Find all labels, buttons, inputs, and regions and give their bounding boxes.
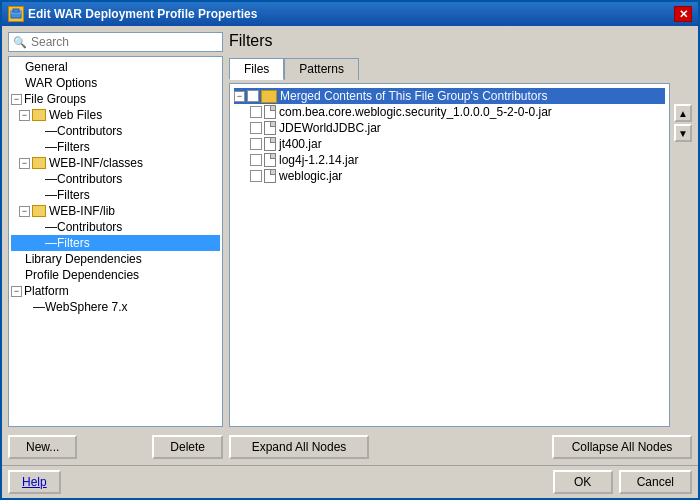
action-buttons: Expand All Nodes Collapse All Nodes [229,431,692,459]
cancel-button[interactable]: Cancel [619,470,692,494]
minus-merged: − [234,91,245,102]
collapse-file-groups[interactable]: − [11,94,22,105]
checkbox-3[interactable] [250,154,262,166]
close-button[interactable]: ✕ [674,6,692,22]
file-icon-2 [264,137,276,151]
main-window: Edit WAR Deployment Profile Properties ✕… [0,0,700,500]
tree-item-general[interactable]: General [11,59,220,75]
filters-title: Filters [229,32,692,54]
tree-item-lib-filters[interactable]: — Filters [11,235,220,251]
window-icon [8,6,24,22]
folder-icon [32,157,46,169]
main-content: 🔍 General WAR Options − File Group [2,26,698,465]
folder-icon-merged [261,90,277,103]
scroll-controls: ▲ ▼ [674,104,692,427]
tree-line: — [45,220,57,234]
folder-icon [32,109,46,121]
tree-item-webinf-lib[interactable]: − WEB-INF/lib [11,203,220,219]
tree-item-profile-deps[interactable]: Profile Dependencies [11,267,220,283]
tree-item-web-filters[interactable]: — Filters [11,139,220,155]
tree-item-lib-contributors[interactable]: — Contributors [11,219,220,235]
folder-icon [32,205,46,217]
tree-line: — [45,172,57,186]
file-label-1: JDEWorldJDBC.jar [279,121,381,135]
tree-item-war-options[interactable]: WAR Options [11,75,220,91]
delete-button[interactable]: Delete [152,435,223,459]
tree-bottom-buttons: New... Delete [8,431,223,459]
tree-item-web-files[interactable]: − Web Files [11,107,220,123]
footer-right-buttons: OK Cancel [553,470,692,494]
checkbox-4[interactable] [250,170,262,182]
tree-item-file-groups[interactable]: − File Groups [11,91,220,107]
scroll-down-button[interactable]: ▼ [674,124,692,142]
tree-line: — [45,140,57,154]
scroll-up-button[interactable]: ▲ [674,104,692,122]
svg-rect-2 [13,9,19,12]
collapse-platform[interactable]: − [11,286,22,297]
tabs-bar: Files Patterns [229,58,692,80]
collapse-webinf-lib[interactable]: − [19,206,30,217]
help-button[interactable]: Help [8,470,61,494]
window-title: Edit WAR Deployment Profile Properties [28,7,257,21]
left-panel: 🔍 General WAR Options − File Group [8,32,223,459]
tree-item-webinf-classes[interactable]: − WEB-INF/classes [11,155,220,171]
checkbox-1[interactable] [250,122,262,134]
file-tree-item-1[interactable]: JDEWorldJDBC.jar [234,120,665,136]
titlebar: Edit WAR Deployment Profile Properties ✕ [2,2,698,26]
file-label-2: jt400.jar [279,137,322,151]
ok-button[interactable]: OK [553,470,613,494]
collapse-web-files[interactable]: − [19,110,30,121]
file-tree-item-0[interactable]: com.bea.core.weblogic.security_1.0.0.0_5… [234,104,665,120]
tree-line: — [45,236,57,250]
file-tree-item-2[interactable]: jt400.jar [234,136,665,152]
checkbox-2[interactable] [250,138,262,150]
collapse-webinf-classes[interactable]: − [19,158,30,169]
file-tree-item-4[interactable]: weblogic.jar [234,168,665,184]
file-tree-panel: − Merged Contents of This File Group's C… [229,83,670,427]
file-icon-3 [264,153,276,167]
collapse-all-button[interactable]: Collapse All Nodes [552,435,692,459]
file-label-merged: Merged Contents of This File Group's Con… [280,89,548,103]
checkbox-merged[interactable] [247,90,259,102]
tree-panel: General WAR Options − File Groups − Web … [8,56,223,427]
checkbox-0[interactable] [250,106,262,118]
new-button[interactable]: New... [8,435,77,459]
tree-item-classes-filters[interactable]: — Filters [11,187,220,203]
expand-all-button[interactable]: Expand All Nodes [229,435,369,459]
file-icon-0 [264,105,276,119]
tree-item-platform[interactable]: − Platform [11,283,220,299]
right-panel: Filters Files Patterns − Merged Contents… [229,32,692,459]
tab-patterns[interactable]: Patterns [284,58,359,80]
tree-item-classes-contributors[interactable]: — Contributors [11,171,220,187]
search-box: 🔍 [8,32,223,52]
tree-item-websphere[interactable]: — WebSphere 7.x [11,299,220,315]
footer: Help OK Cancel [2,465,698,498]
tree-line: — [45,124,57,138]
file-icon-1 [264,121,276,135]
file-icon-4 [264,169,276,183]
tree-line: — [33,300,45,314]
file-label-3: log4j-1.2.14.jar [279,153,358,167]
tree-line: — [45,188,57,202]
file-tree-merged[interactable]: − Merged Contents of This File Group's C… [234,88,665,104]
tree-item-web-contributors[interactable]: — Contributors [11,123,220,139]
search-icon: 🔍 [13,36,27,49]
titlebar-left: Edit WAR Deployment Profile Properties [8,6,257,22]
file-label-4: weblogic.jar [279,169,342,183]
tab-files[interactable]: Files [229,58,284,80]
tree-item-library-deps[interactable]: Library Dependencies [11,251,220,267]
file-tree-item-3[interactable]: log4j-1.2.14.jar [234,152,665,168]
search-input[interactable] [31,35,218,49]
file-label-0: com.bea.core.weblogic.security_1.0.0.0_5… [279,105,552,119]
